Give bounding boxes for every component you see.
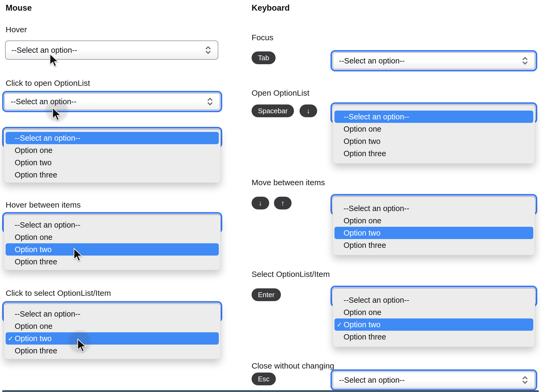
select-value: --Select an option--: [11, 97, 204, 106]
key-pill-tab: Tab: [252, 51, 276, 64]
option-label: Option one: [344, 308, 381, 317]
section-label-focus: Focus: [252, 33, 273, 42]
section-label-select-item: Select OptionList/Item: [252, 270, 330, 279]
keyboard-column-heading: Keyboard: [252, 3, 290, 13]
mouse-column-heading: Mouse: [6, 3, 32, 13]
select-value: --Select an option--: [339, 376, 519, 385]
section-label-close-without: Close without changing: [252, 361, 334, 370]
bottom-partial-select[interactable]: [2, 390, 539, 392]
option-item[interactable]: --Select an option--: [6, 219, 219, 231]
select-closed[interactable]: --Select an option--: [5, 41, 218, 60]
option-label: --Select an option--: [344, 296, 409, 305]
key-pill-arrow-up: ↑: [274, 197, 292, 209]
select-value: --Select an option--: [11, 46, 202, 55]
option-item[interactable]: Option three: [6, 345, 219, 357]
option-label: Option two: [15, 158, 52, 167]
key-pill-arrow-down: ↓: [300, 104, 317, 117]
select-focused[interactable]: --Select an option--: [330, 50, 537, 71]
cursor-icon: [52, 107, 61, 121]
option-list: --Select an option-- Option one Option t…: [333, 197, 535, 255]
section-label-move-between: Move between items: [252, 178, 325, 187]
option-label: Option three: [344, 333, 386, 341]
option-item[interactable]: Option three: [334, 239, 533, 251]
select-focused[interactable]: --Select an option--: [330, 369, 537, 391]
option-list: --Select an option-- Option one ✓ Option…: [4, 304, 221, 359]
cursor-icon: [77, 338, 86, 352]
option-label: Option one: [15, 322, 53, 331]
option-item[interactable]: Option two: [334, 135, 533, 147]
option-list: --Select an option-- Option one Option t…: [333, 105, 535, 164]
option-label: --Select an option--: [344, 112, 409, 121]
option-item[interactable]: Option two: [6, 156, 219, 169]
option-item[interactable]: Option one: [334, 306, 533, 318]
option-label: Option two: [344, 320, 381, 329]
updown-chevron-icon: [207, 97, 213, 106]
option-label: --Select an option--: [15, 221, 80, 229]
section-label-open-optionlist: Open OptionList: [252, 88, 309, 98]
section-label-hover-between: Hover between items: [6, 200, 81, 209]
option-item[interactable]: Option one: [6, 231, 219, 243]
option-label: --Select an option--: [15, 134, 80, 143]
select-focused[interactable]: --Select an option--: [2, 91, 222, 112]
updown-chevron-icon: [522, 56, 528, 65]
option-label: Option two: [15, 334, 52, 343]
option-label: Option three: [15, 171, 57, 179]
option-item[interactable]: Option one: [334, 215, 533, 227]
option-item-highlighted[interactable]: Option two: [334, 227, 533, 239]
key-pill-spacebar: Spacebar: [252, 104, 294, 117]
option-label: Option one: [15, 233, 53, 242]
section-label-click-select: Click to select OptionList/Item: [6, 289, 111, 298]
option-label: Option three: [15, 257, 57, 266]
option-label: Option three: [15, 346, 57, 355]
check-icon: ✓: [337, 321, 342, 329]
page: Mouse Hover --Select an option-- Click t…: [0, 0, 541, 392]
updown-chevron-icon: [205, 46, 211, 54]
option-item[interactable]: Option one: [334, 123, 533, 135]
option-item[interactable]: Option three: [6, 256, 219, 268]
option-item-highlighted[interactable]: --Select an option--: [6, 132, 219, 144]
option-label: Option two: [344, 137, 381, 146]
section-label-hover: Hover: [6, 25, 27, 34]
option-item[interactable]: Option one: [6, 320, 219, 332]
option-item[interactable]: Option three: [6, 169, 219, 181]
cursor-icon: [74, 248, 83, 262]
option-label: Option three: [344, 241, 386, 250]
option-label: Option one: [15, 146, 53, 155]
option-item-highlighted[interactable]: Option two: [6, 243, 219, 256]
select-value: --Select an option--: [339, 56, 519, 65]
option-item-selected[interactable]: ✓ Option two: [334, 318, 533, 331]
check-icon: ✓: [8, 335, 13, 342]
cursor-icon: [50, 53, 59, 67]
key-pill-arrow-down: ↓: [252, 197, 269, 209]
option-label: Option one: [344, 125, 381, 134]
option-list: --Select an option-- Option one ✓ Option…: [333, 288, 535, 347]
option-label: Option three: [344, 149, 386, 158]
option-item[interactable]: --Select an option--: [334, 294, 533, 306]
key-pill-enter: Enter: [252, 288, 281, 301]
option-list: --Select an option-- Option one Option t…: [4, 130, 221, 183]
option-label: Option two: [344, 229, 381, 237]
updown-chevron-icon: [522, 376, 528, 384]
option-label: Option two: [15, 245, 52, 254]
option-item[interactable]: --Select an option--: [6, 308, 219, 320]
section-label-click-open: Click to open OptionList: [6, 79, 90, 88]
option-label: --Select an option--: [344, 204, 409, 213]
option-list: --Select an option-- Option one Option t…: [4, 215, 221, 270]
option-item-highlighted[interactable]: --Select an option--: [334, 111, 533, 123]
option-label: Option one: [344, 216, 381, 225]
option-item[interactable]: Option three: [334, 331, 533, 343]
option-item[interactable]: --Select an option--: [334, 202, 533, 215]
option-item-selected[interactable]: ✓ Option two: [6, 332, 219, 345]
option-item[interactable]: Option one: [6, 144, 219, 156]
key-pill-esc: Esc: [252, 373, 276, 385]
option-item[interactable]: Option three: [334, 147, 533, 160]
option-label: --Select an option--: [15, 310, 80, 318]
